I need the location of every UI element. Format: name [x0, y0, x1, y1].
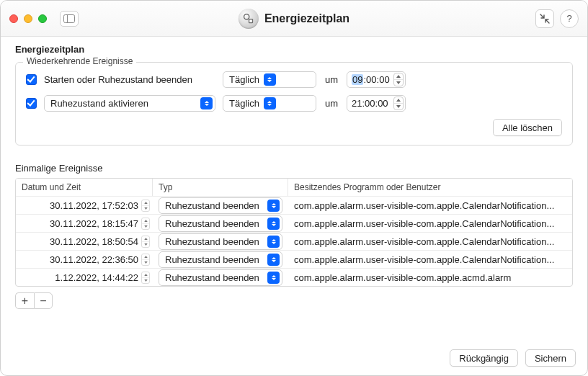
row-type-select[interactable]: Ruhezustand beenden: [159, 233, 282, 250]
add-button[interactable]: +: [15, 292, 34, 309]
datetime-stepper[interactable]: [141, 272, 150, 284]
cell-owner: com.apple.alarm.user-visible-com.apple.C…: [288, 218, 572, 229]
cell-owner: com.apple.alarm.user-visible-com.apple.C…: [288, 200, 572, 211]
type-value: Ruhezustand beenden: [165, 254, 263, 265]
save-button[interactable]: Sichern: [525, 349, 576, 367]
datetime-value: 1.12.2022, 14:44:22: [22, 272, 138, 283]
chevron-updown-icon: [200, 97, 213, 109]
time-stepper[interactable]: [393, 73, 404, 86]
zoom-icon[interactable]: [38, 14, 47, 23]
recurring-group-label: Wiederkehrende Ereignisse: [23, 56, 136, 66]
datetime-stepper[interactable]: [141, 200, 150, 212]
cell-datetime[interactable]: 30.11.2022, 22:36:50: [16, 254, 153, 266]
time-value: 21:00:00: [352, 98, 388, 109]
svg-rect-4: [249, 19, 252, 22]
datetime-stepper[interactable]: [141, 218, 150, 230]
table-row[interactable]: 30.11.2022, 18:50:54 Ruhezustand beenden…: [16, 232, 572, 250]
row-type-select[interactable]: Ruhezustand beenden: [159, 251, 282, 268]
row-type-select[interactable]: Ruhezustand beenden: [159, 269, 282, 286]
clear-all-button[interactable]: Alle löschen: [493, 119, 562, 136]
start-or-wake-frequency-select[interactable]: Täglich: [223, 71, 316, 88]
start-or-wake-label: Starten oder Ruhezustand beenden: [44, 74, 215, 85]
table-row[interactable]: 1.12.2022, 14:44:22 Ruhezustand beenden …: [16, 268, 572, 286]
onetime-events-label: Einmalige Ereignisse: [15, 163, 576, 174]
cell-type[interactable]: Ruhezustand beenden: [153, 233, 288, 250]
cell-type[interactable]: Ruhezustand beenden: [153, 215, 288, 232]
recurring-row-sleep: Ruhezustand aktivieren Täglich um 21:00:…: [26, 95, 562, 112]
datetime-value: 30.11.2022, 18:15:47: [22, 218, 138, 229]
at-label: um: [324, 74, 339, 85]
action-value: Ruhezustand aktivieren: [50, 98, 196, 109]
help-button[interactable]: ?: [560, 9, 579, 28]
cell-owner: com.apple.alarm.user-visible-com.apple.C…: [288, 254, 572, 265]
column-type[interactable]: Typ: [153, 179, 288, 196]
sidebar-toggle-button[interactable]: [60, 11, 79, 27]
row-type-select[interactable]: Ruhezustand beenden: [159, 215, 282, 232]
datetime-value: 30.11.2022, 17:52:03: [22, 200, 138, 211]
datetime-value: 30.11.2022, 22:36:50: [22, 254, 138, 265]
cell-datetime[interactable]: 30.11.2022, 18:50:54: [16, 236, 153, 248]
table-row[interactable]: 30.11.2022, 17:52:03 Ruhezustand beenden…: [16, 196, 572, 214]
chevron-updown-icon: [267, 236, 280, 248]
page-title: Energiezeitplan: [15, 44, 576, 55]
start-or-wake-time-field[interactable]: 09:00:00: [347, 71, 406, 88]
chevron-updown-icon: [267, 254, 280, 266]
close-icon[interactable]: [9, 14, 18, 23]
revert-button[interactable]: Rückgängig: [450, 349, 518, 367]
chevron-updown-icon: [267, 272, 280, 284]
app-icon: [239, 9, 259, 29]
datetime-stepper[interactable]: [141, 236, 150, 248]
type-value: Ruhezustand beenden: [165, 218, 263, 229]
recurring-row-start-or-wake: Starten oder Ruhezustand beenden Täglich…: [26, 71, 562, 88]
recurring-events-group: Wiederkehrende Ereignisse Starten oder R…: [15, 62, 573, 146]
cell-type[interactable]: Ruhezustand beenden: [153, 251, 288, 268]
window-controls: [9, 14, 47, 23]
row-type-select[interactable]: Ruhezustand beenden: [159, 197, 282, 214]
start-or-wake-checkbox[interactable]: [26, 74, 37, 85]
window-title: Energiezeitplan: [264, 12, 349, 25]
frequency-value: Täglich: [229, 98, 259, 109]
table-header: Datum und Zeit Typ Besitzendes Programm …: [16, 179, 572, 196]
frequency-value: Täglich: [229, 74, 259, 85]
onetime-events-table: Datum und Zeit Typ Besitzendes Programm …: [15, 178, 573, 287]
cell-type[interactable]: Ruhezustand beenden: [153, 197, 288, 214]
chevron-updown-icon: [264, 73, 276, 86]
sleep-frequency-select[interactable]: Täglich: [223, 95, 316, 112]
chevron-updown-icon: [267, 218, 280, 230]
cell-type[interactable]: Ruhezustand beenden: [153, 269, 288, 286]
collapse-button[interactable]: [535, 9, 554, 28]
table-row[interactable]: 30.11.2022, 18:15:47 Ruhezustand beenden…: [16, 214, 572, 232]
column-datetime[interactable]: Datum und Zeit: [16, 179, 153, 196]
sleep-time-field[interactable]: 21:00:00: [347, 95, 406, 112]
cell-owner: com.apple.alarm.user-visible-com.apple.C…: [288, 236, 572, 247]
cell-datetime[interactable]: 30.11.2022, 18:15:47: [16, 218, 153, 230]
sleep-action-select[interactable]: Ruhezustand aktivieren: [44, 95, 215, 112]
datetime-stepper[interactable]: [141, 254, 150, 266]
time-hours-selected: 09: [352, 74, 363, 85]
table-row[interactable]: 30.11.2022, 22:36:50 Ruhezustand beenden…: [16, 250, 572, 268]
remove-button[interactable]: −: [34, 292, 53, 309]
svg-point-2: [244, 14, 249, 19]
add-remove-controls: + −: [15, 292, 573, 309]
minimize-icon[interactable]: [24, 14, 32, 23]
sleep-checkbox[interactable]: [26, 98, 37, 109]
at-label: um: [324, 98, 339, 109]
type-value: Ruhezustand beenden: [165, 200, 263, 211]
time-stepper[interactable]: [393, 97, 404, 110]
svg-rect-0: [64, 14, 75, 22]
type-value: Ruhezustand beenden: [165, 236, 263, 247]
type-value: Ruhezustand beenden: [165, 272, 263, 283]
cell-owner: com.apple.alarm.user-visible-com.apple.a…: [288, 272, 572, 283]
cell-datetime[interactable]: 30.11.2022, 17:52:03: [16, 200, 153, 212]
cell-datetime[interactable]: 1.12.2022, 14:44:22: [16, 272, 153, 284]
time-rest: :00:00: [363, 74, 389, 85]
datetime-value: 30.11.2022, 18:50:54: [22, 236, 138, 247]
titlebar: Energiezeitplan ?: [1, 1, 587, 37]
chevron-updown-icon: [264, 97, 276, 109]
chevron-updown-icon: [267, 200, 280, 212]
column-owner[interactable]: Besitzendes Programm oder Benutzer: [288, 179, 572, 196]
